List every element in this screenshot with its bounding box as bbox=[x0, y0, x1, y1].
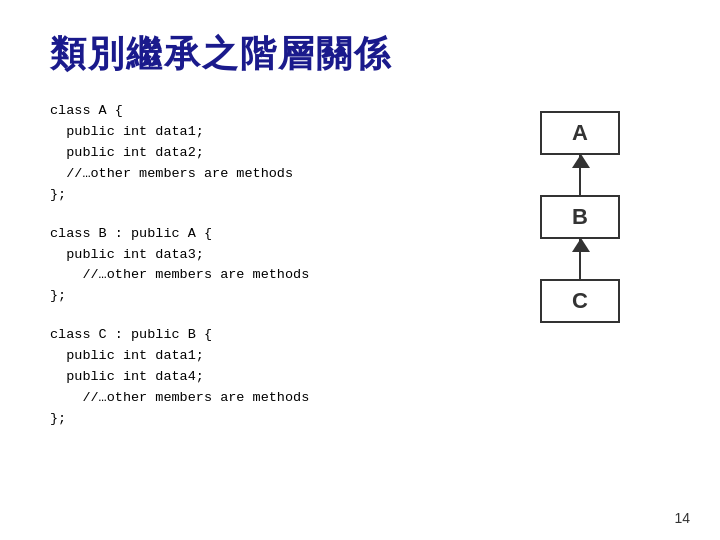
code-text-c: class C : public B { public int data1; p… bbox=[50, 325, 490, 430]
code-text-a: class A { public int data1; public int d… bbox=[50, 101, 490, 206]
diagram-node-b: B bbox=[540, 195, 620, 239]
code-section: class A { public int data1; public int d… bbox=[50, 101, 490, 448]
code-block-b: class B : public A { public int data3; /… bbox=[50, 224, 490, 308]
arrow-a-to-b bbox=[579, 155, 581, 195]
content-area: class A { public int data1; public int d… bbox=[50, 101, 670, 448]
page-number: 14 bbox=[674, 510, 690, 526]
code-block-a: class A { public int data1; public int d… bbox=[50, 101, 490, 206]
diagram-node-a: A bbox=[540, 111, 620, 155]
arrow-b-to-c bbox=[579, 239, 581, 279]
slide-title: 類別繼承之階層關係 bbox=[50, 30, 670, 79]
slide: 類別繼承之階層關係 class A { public int data1; pu… bbox=[0, 0, 720, 540]
code-block-c: class C : public B { public int data1; p… bbox=[50, 325, 490, 430]
diagram-node-c: C bbox=[540, 279, 620, 323]
diagram-section: A B C bbox=[490, 101, 670, 448]
code-text-b: class B : public A { public int data3; /… bbox=[50, 224, 490, 308]
